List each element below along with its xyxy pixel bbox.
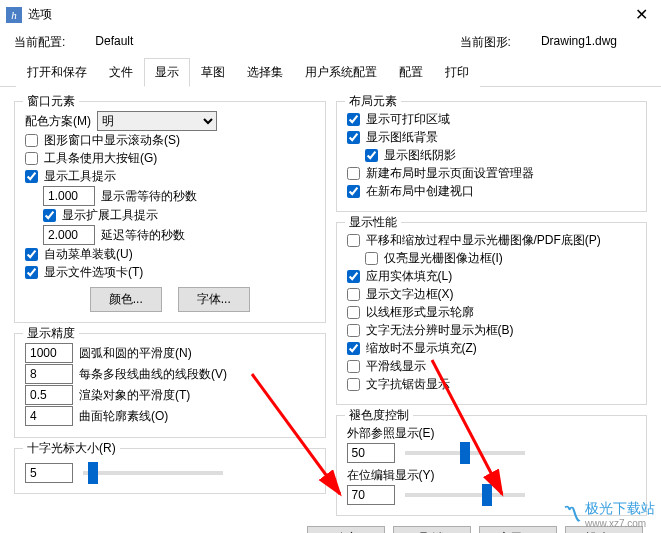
label-zoom-no-fill: 缩放时不显示填充(Z) xyxy=(366,340,477,357)
group-layout-elements: 布局元素 显示可打印区域 显示图纸背景 显示图纸阴影 新建布局时显示页面设置管理… xyxy=(336,101,648,212)
tab-6[interactable]: 配置 xyxy=(388,58,434,87)
checkbox-wireframe[interactable] xyxy=(347,306,360,319)
checkbox-text-boundary[interactable] xyxy=(347,288,360,301)
current-drawing-label: 当前图形: xyxy=(460,34,511,51)
close-button[interactable]: ✕ xyxy=(621,0,661,30)
cancel-button[interactable]: 取消 xyxy=(393,526,471,533)
input-xref-display[interactable] xyxy=(347,443,395,463)
checkbox-show-printable[interactable] xyxy=(347,113,360,126)
label-tooltip-delay: 显示需等待的秒数 xyxy=(101,188,197,205)
checkbox-paper-shadow[interactable] xyxy=(365,149,378,162)
group-display-precision: 显示精度 圆弧和圆的平滑度(N) 每条多段线曲线的线段数(V) 渲染对象的平滑度… xyxy=(14,333,326,438)
label-page-setup: 新建布局时显示页面设置管理器 xyxy=(366,165,534,182)
input-ext-delay[interactable] xyxy=(43,225,95,245)
group-title-display-perf: 显示性能 xyxy=(345,214,401,231)
label-xref-display: 外部参照显示(E) xyxy=(347,425,435,442)
tab-3[interactable]: 草图 xyxy=(190,58,236,87)
label-text-frame: 文字无法分辨时显示为框(B) xyxy=(366,322,514,339)
ok-button[interactable]: 确定 xyxy=(307,526,385,533)
label-ext-delay: 延迟等待的秒数 xyxy=(101,227,185,244)
label-wireframe: 以线框形式显示轮廓 xyxy=(366,304,474,321)
app-icon: h xyxy=(6,7,22,23)
group-title-fade-control: 褪色度控制 xyxy=(345,407,413,424)
tab-7[interactable]: 打印 xyxy=(434,58,480,87)
color-scheme-label: 配色方案(M) xyxy=(25,113,91,130)
checkbox-create-viewport[interactable] xyxy=(347,185,360,198)
label-pan-zoom-raster: 平移和缩放过程中显示光栅图像/PDF底图(P) xyxy=(366,232,601,249)
label-highlight-boundary: 仅亮显光栅图像边框(I) xyxy=(384,250,503,267)
label-create-viewport: 在新布局中创建视口 xyxy=(366,183,474,200)
tab-0[interactable]: 打开和保存 xyxy=(16,58,98,87)
color-scheme-select[interactable]: 明 xyxy=(97,111,217,131)
tab-1[interactable]: 文件 xyxy=(98,58,144,87)
label-ext-tooltips: 显示扩展工具提示 xyxy=(62,207,158,224)
checkbox-text-aa[interactable] xyxy=(347,378,360,391)
label-inplace-edit: 在位编辑显示(Y) xyxy=(347,467,435,484)
group-window-elements: 窗口元素 配色方案(M) 明 图形窗口中显示滚动条(S) 工具条使用大按钮(G)… xyxy=(14,101,326,323)
apply-button[interactable]: 应用(A) xyxy=(479,526,557,533)
slider-cursor-size[interactable] xyxy=(83,471,223,475)
input-render-smooth[interactable] xyxy=(25,385,73,405)
group-title-layout-elements: 布局元素 xyxy=(345,93,401,110)
checkbox-text-frame[interactable] xyxy=(347,324,360,337)
input-tooltip-delay[interactable] xyxy=(43,186,95,206)
label-arc-smoothness: 圆弧和圆的平滑度(N) xyxy=(79,345,192,362)
current-profile-value: Default xyxy=(95,34,133,51)
checkbox-pan-zoom-raster[interactable] xyxy=(347,234,360,247)
font-button[interactable]: 字体... xyxy=(178,287,250,312)
label-paper-shadow: 显示图纸阴影 xyxy=(384,147,456,164)
label-render-smooth: 渲染对象的平滑度(T) xyxy=(79,387,190,404)
label-solid-fill: 应用实体填充(L) xyxy=(366,268,453,285)
input-arc-smoothness[interactable] xyxy=(25,343,73,363)
label-polyline-segs: 每条多段线曲线的线段数(V) xyxy=(79,366,227,383)
tab-5[interactable]: 用户系统配置 xyxy=(294,58,388,87)
input-cursor-size[interactable] xyxy=(25,463,73,483)
checkbox-scrollbars[interactable] xyxy=(25,134,38,147)
label-paper-bg: 显示图纸背景 xyxy=(366,129,438,146)
checkbox-show-tooltips[interactable] xyxy=(25,170,38,183)
checkbox-auto-menu[interactable] xyxy=(25,248,38,261)
label-contour-lines: 曲面轮廓素线(O) xyxy=(79,408,168,425)
help-button[interactable]: 帮助(H) xyxy=(565,526,643,533)
group-title-window-elements: 窗口元素 xyxy=(23,93,79,110)
tab-2[interactable]: 显示 xyxy=(144,58,190,87)
group-cursor-size: 十字光标大小(R) xyxy=(14,448,326,494)
label-text-boundary: 显示文字边框(X) xyxy=(366,286,454,303)
label-show-tooltips: 显示工具提示 xyxy=(44,168,116,185)
label-auto-menu: 自动菜单装载(U) xyxy=(44,246,133,263)
label-file-tabs: 显示文件选项卡(T) xyxy=(44,264,143,281)
checkbox-file-tabs[interactable] xyxy=(25,266,38,279)
tab-4[interactable]: 选择集 xyxy=(236,58,294,87)
label-scrollbars: 图形窗口中显示滚动条(S) xyxy=(44,132,180,149)
slider-inplace-edit[interactable] xyxy=(405,493,525,497)
label-large-buttons: 工具条使用大按钮(G) xyxy=(44,150,157,167)
checkbox-page-setup[interactable] xyxy=(347,167,360,180)
checkbox-paper-bg[interactable] xyxy=(347,131,360,144)
current-drawing-value: Drawing1.dwg xyxy=(541,34,617,51)
checkbox-solid-fill[interactable] xyxy=(347,270,360,283)
group-fade-control: 褪色度控制 外部参照显示(E) 在位编辑显示(Y) xyxy=(336,415,648,516)
label-smooth-line: 平滑线显示 xyxy=(366,358,426,375)
input-polyline-segs[interactable] xyxy=(25,364,73,384)
checkbox-smooth-line[interactable] xyxy=(347,360,360,373)
label-text-aa: 文字抗锯齿显示 xyxy=(366,376,450,393)
group-title-display-precision: 显示精度 xyxy=(23,325,79,342)
slider-xref-display[interactable] xyxy=(405,451,525,455)
group-display-perf: 显示性能 平移和缩放过程中显示光栅图像/PDF底图(P) 仅亮显光栅图像边框(I… xyxy=(336,222,648,405)
checkbox-zoom-no-fill[interactable] xyxy=(347,342,360,355)
window-title: 选项 xyxy=(28,6,621,23)
input-contour-lines[interactable] xyxy=(25,406,73,426)
checkbox-large-buttons[interactable] xyxy=(25,152,38,165)
color-button[interactable]: 颜色... xyxy=(90,287,162,312)
checkbox-highlight-boundary[interactable] xyxy=(365,252,378,265)
label-show-printable: 显示可打印区域 xyxy=(366,111,450,128)
current-profile-label: 当前配置: xyxy=(14,34,65,51)
input-inplace-edit[interactable] xyxy=(347,485,395,505)
checkbox-ext-tooltips[interactable] xyxy=(43,209,56,222)
group-title-cursor-size: 十字光标大小(R) xyxy=(23,440,120,457)
